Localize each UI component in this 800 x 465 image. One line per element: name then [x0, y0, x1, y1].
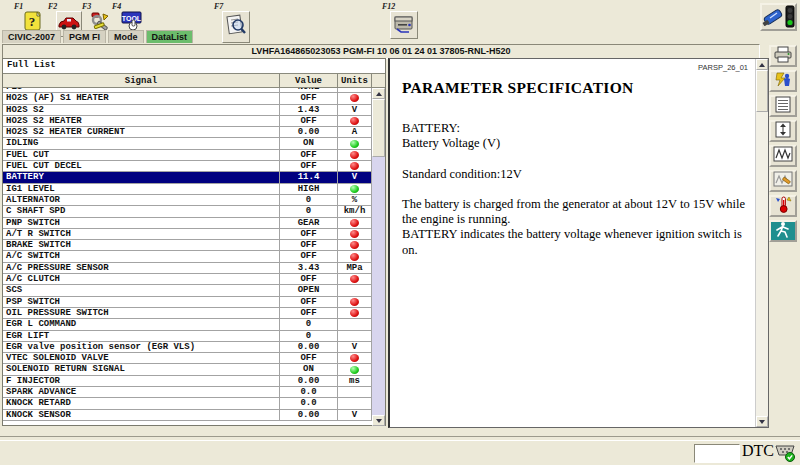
table-row[interactable]: A/T R SWITCHOFF [3, 229, 372, 240]
table-row[interactable]: FUEL CUT DECELOFF [3, 161, 372, 172]
f7-inspect-button[interactable]: F7 [222, 2, 250, 43]
list-view-button[interactable] [769, 95, 797, 117]
value-cell: OFF [280, 297, 338, 307]
unit-cell [338, 240, 372, 250]
spec-scroll-down-button[interactable] [756, 416, 768, 427]
unit-cell [338, 297, 372, 307]
table-row[interactable]: OIL PRESSURE SWITCHOFF [3, 308, 372, 319]
table-row[interactable]: A/C SWITCHOFF [3, 251, 372, 262]
value-cell: GEAR [280, 218, 338, 228]
column-header-value: Value [280, 74, 338, 87]
dtc-status-button[interactable] [773, 442, 798, 465]
table-row[interactable]: IG1 LEVELHIGH [3, 184, 372, 195]
printer-icon [773, 46, 793, 67]
print-button[interactable] [769, 45, 797, 67]
table-row[interactable]: IDLINGON [3, 138, 372, 149]
signal-cell: IDLING [3, 138, 280, 148]
datalist-scrollbar[interactable] [372, 88, 385, 426]
spec-content: PARAMETER SPECIFICATION BATTERY: Battery… [390, 59, 756, 427]
temperature-button[interactable] [769, 195, 797, 217]
table-row[interactable]: F INJECTOR0.00ms [3, 376, 372, 387]
dtc-label: DTC [742, 442, 774, 460]
value-cell: OFF [280, 93, 338, 103]
spec-paragraphs: BATTERY: Battery Voltage (V)Standard con… [402, 121, 746, 258]
parameter-spec-panel: PARSP_26_01 PARAMETER SPECIFICATION BATT… [388, 58, 769, 428]
table-row[interactable]: HO2S S2 HEATER CURRENT0.00A [3, 127, 372, 138]
table-row[interactable]: BATTERY11.4V [3, 172, 372, 183]
f4-key-label: F4 [112, 2, 144, 11]
table-row[interactable]: EGR LIFT0 [3, 331, 372, 342]
signal-cell: FUEL CUT DECEL [3, 161, 280, 171]
spec-scrollbar[interactable] [755, 59, 768, 427]
table-row[interactable]: A/C CLUTCHOFF [3, 274, 372, 285]
table-row[interactable]: C SHAFT SPD0km/h [3, 206, 372, 217]
unit-cell: A [338, 127, 372, 137]
table-row[interactable]: PNP SWITCHGEAR [3, 218, 372, 229]
value-cell: OFF [280, 150, 338, 160]
table-row[interactable]: SCSOPEN [3, 285, 372, 296]
tab-pgm-fi[interactable]: PGM FI [63, 30, 106, 43]
connection-status-button[interactable] [760, 3, 797, 31]
tab-civic-2007[interactable]: CIVIC-2007 [2, 30, 61, 43]
scroll-down-button[interactable] [372, 415, 385, 426]
f12-save-button[interactable]: F12 [390, 2, 418, 39]
red-status-icon [350, 241, 359, 249]
probe-traffic-light-icon [762, 15, 795, 32]
signal-cell: BRAKE SWITCH [3, 240, 280, 250]
signal-cell: F INJECTOR [3, 376, 280, 386]
table-row[interactable]: SOLENOID RETURN SIGNALON [3, 364, 372, 375]
table-row[interactable]: HO2S (AF) S1 HEATEROFF [3, 93, 372, 104]
thermometer-icon [773, 195, 793, 217]
page-scroll-button[interactable] [769, 120, 797, 142]
tab-mode[interactable]: Mode [108, 30, 144, 43]
scroll-up-button[interactable] [372, 88, 385, 99]
signal-cell: BATTERY [3, 172, 280, 182]
graph-view-button[interactable] [769, 145, 797, 167]
red-status-icon [350, 94, 359, 102]
table-row[interactable]: KNOCK SENSOR0.00V [3, 410, 372, 421]
scrollbar-thumb[interactable] [372, 99, 385, 157]
signal-cell: C SHAFT SPD [3, 206, 280, 216]
table-row[interactable]: HO2S S21.43V [3, 105, 372, 116]
table-row[interactable]: HO2S S2 HEATEROFF [3, 116, 372, 127]
unit-cell: V [338, 105, 372, 115]
red-status-icon [350, 298, 359, 306]
table-row[interactable]: A/C PRESSURE SENSOR3.43MPa [3, 263, 372, 274]
signal-cell: SOLENOID RETURN SIGNAL [3, 364, 280, 374]
table-row[interactable]: VTEC SOLENOID VALVEOFF [3, 353, 372, 364]
red-status-icon [350, 162, 359, 170]
page-updown-icon [774, 121, 792, 142]
unit-cell [338, 150, 372, 160]
signal-cell: IG1 LEVEL [3, 184, 280, 194]
graph-edit-button[interactable] [769, 170, 797, 192]
red-status-icon [350, 354, 359, 362]
table-row[interactable]: BRAKE SWITCHOFF [3, 240, 372, 251]
f3-key-label: F3 [82, 2, 112, 11]
tab-datalist[interactable]: DataList [146, 30, 194, 43]
signal-cell: A/C PRESSURE SENSOR [3, 263, 280, 273]
spec-scroll-up-button[interactable] [756, 59, 768, 70]
exit-button[interactable] [769, 220, 797, 242]
unit-cell [338, 116, 372, 126]
unit-cell: % [338, 195, 372, 205]
unit-cell [338, 161, 372, 171]
table-row[interactable]: PSP SWITCHOFF [3, 297, 372, 308]
table-row[interactable]: FUEL CUTOFF [3, 150, 372, 161]
table-row[interactable]: KNOCK RETARD0.0 [3, 398, 372, 409]
signal-cell: PSP SWITCH [3, 297, 280, 307]
table-row[interactable]: EGR L COMMAND0 [3, 319, 372, 330]
value-cell: OFF [280, 353, 338, 363]
red-status-icon [350, 275, 359, 283]
table-row[interactable]: EGR valve position sensor (EGR VLS)0.00V [3, 342, 372, 353]
vehicle-info-bar: LVHFA164865023053 PGM-FI 10 06 01 24 01 … [2, 44, 760, 59]
list-icon [774, 96, 792, 117]
signal-cell: EGR LIFT [3, 331, 280, 341]
signal-cell: KNOCK RETARD [3, 398, 280, 408]
snapshot-button[interactable] [769, 70, 797, 92]
spec-scrollbar-thumb[interactable] [756, 70, 768, 112]
table-row[interactable]: ALTERNATOR0% [3, 195, 372, 206]
unit-cell [338, 398, 372, 408]
table-row[interactable]: SPARK ADVANCE0.0 [3, 387, 372, 398]
status-field [694, 444, 740, 463]
value-cell: OFF [280, 116, 338, 126]
